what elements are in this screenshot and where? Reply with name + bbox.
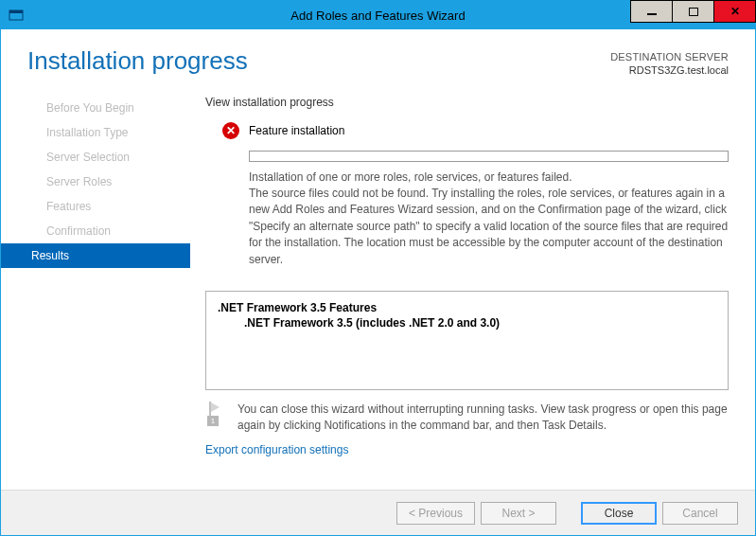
close-button[interactable]: Close — [581, 502, 657, 525]
app-icon — [9, 8, 24, 23]
sidebar-item-confirmation: Confirmation — [1, 219, 190, 243]
sidebar-item-installation-type: Installation Type — [1, 120, 190, 145]
flag-badge: 1 — [207, 416, 219, 426]
feature-parent: .NET Framework 3.5 Features — [218, 301, 716, 314]
content-row: Before You Begin Installation Type Serve… — [1, 83, 755, 490]
sidebar-item-server-selection: Server Selection — [1, 145, 190, 170]
titlebar[interactable]: Add Roles and Features Wizard ✕ — [1, 1, 755, 29]
error-icon: ✕ — [222, 122, 239, 139]
next-button: Next > — [481, 502, 556, 525]
footer: < Previous Next > Close Cancel — [1, 490, 755, 535]
export-config-link[interactable]: Export configuration settings — [205, 443, 729, 456]
notification-flag-icon: 1 — [207, 402, 228, 424]
feature-list[interactable]: .NET Framework 3.5 Features .NET Framewo… — [205, 291, 729, 390]
status-text: Feature installation — [249, 124, 344, 137]
error-line1: Installation of one or more roles, role … — [249, 170, 572, 184]
header-area: Installation progress DESTINATION SERVER… — [1, 29, 755, 83]
previous-button: < Previous — [396, 502, 475, 525]
main-panel: View installation progress ✕ Feature ins… — [190, 83, 755, 490]
section-title: View installation progress — [205, 96, 729, 109]
info-text: You can close this wizard without interr… — [237, 402, 729, 434]
svg-rect-1 — [9, 10, 23, 13]
sidebar: Before You Begin Installation Type Serve… — [1, 83, 190, 490]
cancel-button: Cancel — [662, 502, 738, 525]
page-title: Installation progress — [27, 46, 248, 76]
status-row: ✕ Feature installation — [205, 122, 729, 139]
destination-block: DESTINATION SERVER RDSTS3ZG.test.local — [610, 50, 729, 78]
wizard-body: Installation progress DESTINATION SERVER… — [1, 29, 755, 535]
minimize-button[interactable] — [630, 0, 673, 23]
error-message: Installation of one or more roles, role … — [205, 170, 729, 268]
maximize-button[interactable] — [672, 0, 714, 23]
close-window-button[interactable]: ✕ — [713, 0, 756, 23]
sidebar-item-features: Features — [1, 194, 190, 219]
sidebar-item-results[interactable]: Results — [1, 243, 190, 268]
progress-bar — [249, 151, 729, 162]
sidebar-item-server-roles: Server Roles — [1, 170, 190, 194]
destination-name: RDSTS3ZG.test.local — [610, 63, 729, 77]
info-row: 1 You can close this wizard without inte… — [205, 400, 729, 439]
sidebar-item-before-you-begin: Before You Begin — [1, 96, 190, 120]
window-controls: ✕ — [630, 1, 755, 29]
destination-label: DESTINATION SERVER — [610, 50, 729, 63]
wizard-window: Add Roles and Features Wizard ✕ Installa… — [0, 0, 756, 536]
error-body: The source files could not be found. Try… — [249, 187, 728, 266]
feature-child: .NET Framework 3.5 (includes .NET 2.0 an… — [218, 316, 716, 330]
